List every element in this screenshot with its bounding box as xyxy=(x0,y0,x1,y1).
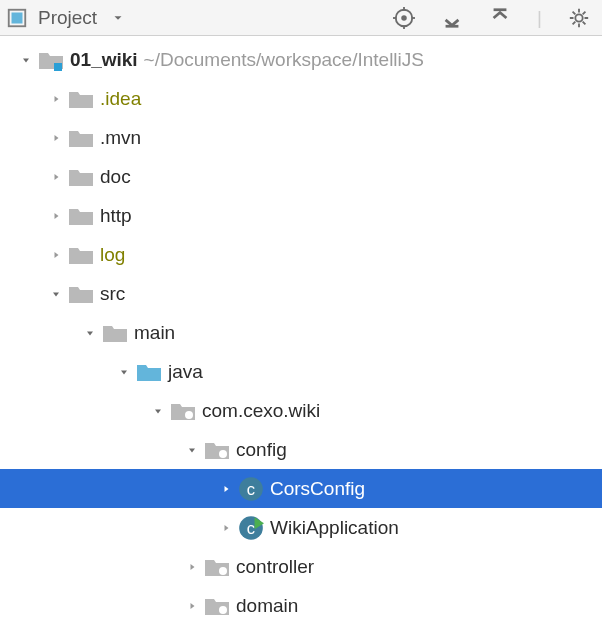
tree-item-idea[interactable]: .idea xyxy=(0,79,602,118)
svg-point-3 xyxy=(401,15,407,21)
folder-label: main xyxy=(134,322,175,344)
package-label: controller xyxy=(236,556,314,578)
tree-item-mvn[interactable]: .mvn xyxy=(0,118,602,157)
folder-label: java xyxy=(168,361,203,383)
chevron-right-icon[interactable] xyxy=(44,243,68,267)
folder-label: .idea xyxy=(100,88,141,110)
chevron-down-icon[interactable] xyxy=(44,282,68,306)
tree-item-log[interactable]: log xyxy=(0,235,602,274)
package-icon xyxy=(204,439,230,461)
folder-label: log xyxy=(100,244,125,266)
svg-point-10 xyxy=(575,14,582,21)
tree-item-controller[interactable]: controller xyxy=(0,547,602,586)
tree-item-http[interactable]: http xyxy=(0,196,602,235)
folder-icon xyxy=(68,88,94,110)
svg-rect-11 xyxy=(54,63,62,71)
tree-item-cors-config[interactable]: c CorsConfig xyxy=(0,469,602,508)
tree-item-main[interactable]: main xyxy=(0,313,602,352)
package-icon xyxy=(170,400,196,422)
folder-icon xyxy=(68,166,94,188)
tree-item-project-root[interactable]: 01_wiki ~/Documents/workspace/IntelliJS xyxy=(0,40,602,79)
svg-point-19 xyxy=(219,606,227,614)
svg-text:c: c xyxy=(247,518,255,537)
folder-label: .mvn xyxy=(100,127,141,149)
class-icon: c xyxy=(238,478,264,500)
folder-icon xyxy=(68,283,94,305)
project-path: ~/Documents/workspace/IntelliJS xyxy=(138,49,424,71)
folder-icon xyxy=(68,205,94,227)
tree-item-doc[interactable]: doc xyxy=(0,157,602,196)
chevron-right-icon[interactable] xyxy=(44,87,68,111)
chevron-right-icon[interactable] xyxy=(44,126,68,150)
chevron-down-icon[interactable] xyxy=(112,360,136,384)
project-tree: 01_wiki ~/Documents/workspace/IntelliJS … xyxy=(0,36,602,625)
chevron-right-icon[interactable] xyxy=(180,555,204,579)
tree-item-wiki-application[interactable]: c WikiApplication xyxy=(0,508,602,547)
class-label: CorsConfig xyxy=(270,478,365,500)
toolbar-right: | xyxy=(393,7,596,29)
chevron-down-icon[interactable] xyxy=(146,399,170,423)
class-label: WikiApplication xyxy=(270,517,399,539)
runnable-class-icon: c xyxy=(238,517,264,539)
package-label: domain xyxy=(236,595,298,617)
chevron-down-icon[interactable] xyxy=(14,48,38,72)
tree-item-src[interactable]: src xyxy=(0,274,602,313)
chevron-down-icon[interactable] xyxy=(78,321,102,345)
folder-label: doc xyxy=(100,166,131,188)
chevron-right-icon[interactable] xyxy=(44,165,68,189)
chevron-right-icon[interactable] xyxy=(214,516,238,540)
tree-item-domain[interactable]: domain xyxy=(0,586,602,625)
package-label: com.cexo.wiki xyxy=(202,400,320,422)
project-panel-icon xyxy=(6,7,28,29)
tool-window-title[interactable]: Project xyxy=(38,7,97,29)
svg-text:c: c xyxy=(247,479,255,498)
expand-all-icon[interactable] xyxy=(441,7,463,29)
folder-label: src xyxy=(100,283,125,305)
tool-window-header: Project | xyxy=(0,0,602,36)
chevron-right-icon[interactable] xyxy=(214,477,238,501)
package-icon xyxy=(204,556,230,578)
package-label: config xyxy=(236,439,287,461)
folder-icon xyxy=(68,127,94,149)
locate-icon[interactable] xyxy=(393,7,415,29)
chevron-right-icon[interactable] xyxy=(44,204,68,228)
tree-item-java[interactable]: java xyxy=(0,352,602,391)
tree-item-package-root[interactable]: com.cexo.wiki xyxy=(0,391,602,430)
chevron-down-icon[interactable] xyxy=(180,438,204,462)
dropdown-icon[interactable] xyxy=(107,7,129,29)
project-name: 01_wiki xyxy=(70,49,138,71)
folder-label: http xyxy=(100,205,132,227)
svg-rect-1 xyxy=(12,12,23,23)
collapse-all-icon[interactable] xyxy=(489,7,511,29)
module-folder-icon xyxy=(38,49,64,71)
folder-icon xyxy=(102,322,128,344)
folder-icon xyxy=(68,244,94,266)
package-icon xyxy=(204,595,230,617)
svg-point-12 xyxy=(185,411,193,419)
source-folder-icon xyxy=(136,361,162,383)
chevron-right-icon[interactable] xyxy=(180,594,204,618)
svg-point-18 xyxy=(219,567,227,575)
tree-item-config[interactable]: config xyxy=(0,430,602,469)
gear-icon[interactable] xyxy=(568,7,590,29)
toolbar-left: Project xyxy=(6,7,129,29)
svg-point-13 xyxy=(219,450,227,458)
